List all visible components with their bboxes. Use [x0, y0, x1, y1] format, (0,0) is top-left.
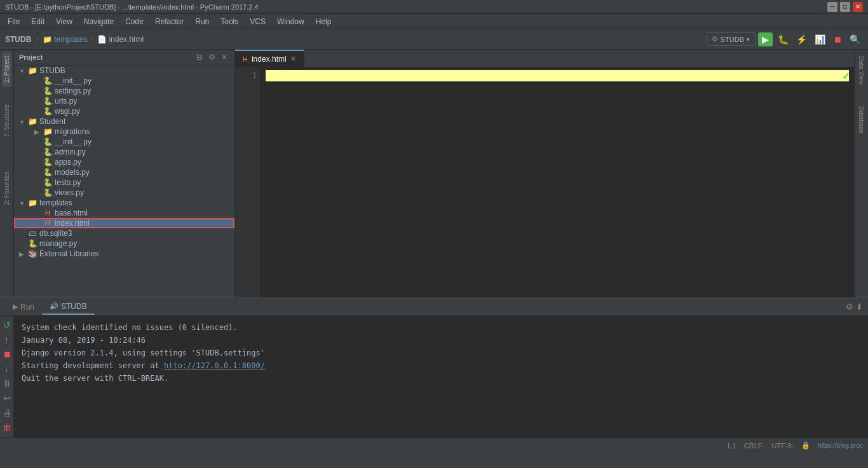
sidebar-item-database[interactable]: Database: [857, 102, 866, 137]
tree-item-index-html[interactable]: H index.html: [14, 218, 234, 228]
run-button[interactable]: ▶: [758, 32, 773, 46]
scroll-down-button[interactable]: ↓: [3, 362, 10, 375]
menu-file[interactable]: File: [3, 16, 25, 27]
rerun-button[interactable]: ↺: [2, 319, 12, 331]
app-title: STUDB - [E:\pythonProject\STUDB] - ...\t…: [5, 3, 259, 11]
status-url: https://blog.proc: [818, 442, 863, 449]
sidebar-item-favorites[interactable]: 2: Favorites: [2, 168, 11, 209]
tree-item-external-libraries[interactable]: ▶ 📚 External Libraries: [14, 249, 234, 259]
close-bottom-icon[interactable]: ⬇: [856, 302, 863, 312]
toolbar-project-name: STUDB: [5, 35, 31, 44]
menu-edit[interactable]: Edit: [26, 16, 50, 27]
py-icon: 🐍: [42, 168, 53, 177]
tree-item-urls[interactable]: 🐍 urls.py: [14, 96, 234, 106]
tree-item-views[interactable]: 🐍 views.py: [14, 188, 234, 198]
breadcrumb-index-html[interactable]: 📄 index.html: [97, 35, 144, 44]
breadcrumb-separator-2: ›: [91, 35, 93, 44]
run-tab-icon: ▶: [13, 303, 18, 311]
close-button[interactable]: ✕: [853, 2, 863, 12]
run-configuration-button[interactable]: ⚙ STUDB ▾: [706, 32, 756, 46]
server-url-link[interactable]: http://127.0.0.1:8000/: [164, 361, 265, 370]
tree-item-init-student[interactable]: 🐍 __init__.py: [14, 137, 234, 147]
minimize-button[interactable]: ─: [827, 2, 837, 12]
run-tab-label: Run: [20, 303, 34, 312]
editor-content: 1 ✓: [235, 67, 854, 298]
tab-label-index-html: index.html: [252, 55, 287, 64]
clear-button[interactable]: 🗑: [1, 421, 13, 434]
pause-button[interactable]: ⏸: [1, 377, 13, 390]
project-panel: Project ⊟ ⚙ ✕ ▾ 📁 STUDB 🐍 __init__.py 🐍: [14, 50, 235, 298]
code-area[interactable]: [261, 67, 854, 298]
tree-item-tests[interactable]: 🐍 tests.py: [14, 177, 234, 188]
tree-item-admin[interactable]: 🐍 admin.py: [14, 147, 234, 157]
menu-help[interactable]: Help: [311, 16, 337, 27]
sidebar-item-structure[interactable]: 7: Structure: [2, 100, 11, 141]
panel-collapse-icon[interactable]: ⊟: [194, 52, 205, 62]
run-with-coverage-button[interactable]: ⚡: [794, 33, 810, 46]
tree-label-apps: apps.py: [55, 158, 81, 167]
menu-run[interactable]: Run: [190, 16, 214, 27]
console-line-4: Starting development server at http://12…: [22, 359, 860, 372]
menu-navigate[interactable]: Navigate: [79, 16, 119, 27]
tree-item-manage[interactable]: 🐍 manage.py: [14, 238, 234, 249]
library-icon: 📚: [27, 249, 38, 258]
sidebar-item-data-view[interactable]: Data View: [857, 52, 866, 88]
save-checkmark-icon: ✓: [842, 70, 850, 82]
toolbar-right: ⚙ STUDB ▾ ▶ 🐛 ⚡ 📊 ⏹ 🔍: [706, 32, 863, 46]
tree-item-db-sqlite[interactable]: 🗃 db.sqlite3: [14, 228, 234, 238]
tree-item-studb[interactable]: ▾ 📁 STUDB: [14, 65, 234, 76]
search-everywhere-button[interactable]: 🔍: [847, 33, 863, 46]
folder-icon: 📁: [43, 35, 52, 44]
tab-run[interactable]: ▶ Run: [5, 300, 42, 314]
console-line-3: Django version 2.1.4, using settings 'ST…: [22, 347, 860, 359]
menu-window[interactable]: Window: [272, 16, 309, 27]
arrow-student: ▾: [17, 118, 27, 125]
breadcrumb-templates[interactable]: 📁 templates: [43, 35, 87, 44]
menu-code[interactable]: Code: [120, 16, 149, 27]
scroll-up-button[interactable]: ↑: [3, 333, 10, 346]
tree-label-migrations: migrations: [55, 127, 90, 136]
status-bar: 1:1 CRLF: UTF-8: 🔒 https://blog.proc: [0, 437, 868, 453]
debug-button[interactable]: 🐛: [775, 33, 791, 46]
maximize-button[interactable]: □: [840, 2, 850, 12]
status-right: 1:1 CRLF: UTF-8: 🔒 https://blog.proc: [727, 441, 863, 450]
tree-item-migrations[interactable]: ▶ 📁 migrations: [14, 127, 234, 137]
panel-settings-icon[interactable]: ⚙: [207, 52, 217, 62]
print-button[interactable]: 🖨: [1, 406, 13, 419]
tree-label-base-html: base.html: [55, 209, 88, 217]
tab-studb[interactable]: 🔊 STUDB: [42, 299, 95, 315]
tree-item-settings[interactable]: 🐍 settings.py: [14, 86, 234, 96]
tree-label-student: Student: [39, 117, 65, 126]
tab-index-html[interactable]: H index.html ✕: [235, 50, 304, 67]
status-line-ending[interactable]: CRLF:: [744, 442, 764, 450]
panel-close-icon[interactable]: ✕: [219, 52, 229, 62]
tree-item-wsgi[interactable]: 🐍 wsgi.py: [14, 106, 234, 116]
menu-refactor[interactable]: Refactor: [150, 16, 189, 27]
menu-view[interactable]: View: [51, 16, 78, 27]
tab-close-index-html[interactable]: ✕: [290, 55, 296, 63]
status-encoding[interactable]: UTF-8:: [772, 442, 794, 450]
sidebar-item-project[interactable]: 1: Project: [2, 52, 11, 86]
file-tree: ▾ 📁 STUDB 🐍 __init__.py 🐍 settings.py 🐍 …: [14, 65, 234, 298]
tree-label-admin: admin.py: [55, 148, 86, 156]
profile-button[interactable]: 📊: [812, 33, 828, 46]
stop-run-button[interactable]: ⏹: [1, 348, 13, 361]
tree-item-templates[interactable]: ▾ 📁 templates: [14, 198, 234, 208]
settings-icon[interactable]: ⚙: [846, 302, 853, 312]
tree-item-apps[interactable]: 🐍 apps.py: [14, 157, 234, 167]
tree-label-init-studb: __init__.py: [55, 76, 92, 85]
stop-button[interactable]: ⏹: [831, 33, 844, 46]
tree-item-student[interactable]: ▾ 📁 Student: [14, 116, 234, 127]
tree-item-models[interactable]: 🐍 models.py: [14, 167, 234, 177]
folder-icon-studb: 📁: [27, 66, 38, 75]
tree-label-urls: urls.py: [55, 97, 77, 106]
breadcrumb-separator-1: ›: [36, 35, 39, 44]
tree-item-base-html[interactable]: H base.html: [14, 208, 234, 218]
side-tabs-right: Data View Database: [854, 50, 868, 298]
tree-item-init-studb[interactable]: 🐍 __init__.py: [14, 76, 234, 86]
dropdown-icon: ▾: [747, 36, 750, 43]
menu-tools[interactable]: Tools: [215, 16, 243, 27]
studb-tab-icon: 🔊: [50, 302, 58, 310]
wrap-button[interactable]: ↩: [2, 392, 12, 404]
menu-vcs[interactable]: VCS: [245, 16, 271, 27]
